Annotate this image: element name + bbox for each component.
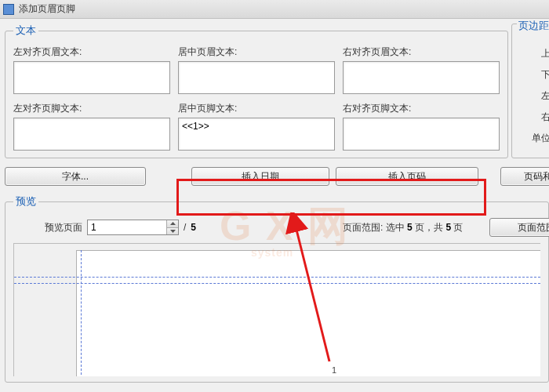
footer-left-input[interactable] (13, 118, 170, 151)
guide-vertical (81, 250, 82, 376)
margin-fieldset: 页边距 上: 下: 左: 右: 单位: (511, 24, 549, 158)
page-range-button[interactable]: 页面范围 (489, 218, 549, 237)
header-right-label: 右对齐页眉文本: (343, 45, 500, 59)
range-prefix: 页面范围: (343, 222, 386, 233)
header-right-input[interactable] (343, 61, 500, 94)
page-total: 5 (191, 222, 196, 233)
margin-right-label: 右: (517, 111, 549, 124)
header-left-input[interactable] (13, 61, 170, 94)
margin-top-label: 上: (517, 47, 549, 60)
insert-page-button[interactable]: 插入页码 (336, 167, 478, 186)
page-and-date-button[interactable]: 页码和日期 (500, 167, 549, 186)
svg-marker-0 (170, 222, 176, 225)
titlebar: 添加页眉页脚 (0, 0, 549, 19)
preview-page-label: 预览页面 (45, 221, 82, 234)
margin-unit-label: 单位: (517, 132, 549, 145)
text-legend: 文本 (13, 24, 38, 38)
spinner-up-icon[interactable] (166, 220, 178, 228)
guide-horizontal-2 (14, 283, 540, 284)
footer-center-input[interactable] (178, 118, 335, 151)
spinner-down-icon[interactable] (166, 228, 178, 235)
footer-right-label: 右对齐页脚文本: (343, 102, 500, 115)
margin-legend: 页边距 (517, 19, 549, 33)
window-title: 添加页眉页脚 (19, 2, 75, 16)
footer-right-input[interactable] (343, 118, 500, 151)
margin-bottom-label: 下: (517, 68, 549, 82)
footer-left-label: 左对齐页脚文本: (13, 102, 170, 115)
preview-legend: 预览 (13, 194, 38, 209)
header-left-label: 左对齐页眉文本: (13, 45, 170, 59)
header-center-label: 居中页眉文本: (178, 45, 335, 59)
page-total-sep: / (184, 222, 186, 233)
range-mid2: 页，共 (413, 222, 446, 233)
preview-paper (76, 250, 540, 376)
range-selected: 5 (407, 222, 413, 233)
page-range-text: 页面范围: 选中 5 页，共 5 页 (343, 221, 463, 234)
header-center-input[interactable] (178, 61, 335, 94)
margin-left-label: 左: (517, 89, 549, 103)
font-button[interactable]: 字体... (5, 167, 146, 186)
button-row: 字体... 插入日期 插入页码 页码和日期 (5, 165, 549, 188)
range-mid1: 选中 (386, 222, 407, 233)
text-fieldset: 文本 左对齐页眉文本: 居中页眉文本: 右对齐页眉文本: 左对齐页脚文本: 居中… (5, 24, 508, 158)
preview-canvas: 1 (13, 243, 540, 376)
insert-date-button[interactable]: 插入日期 (191, 167, 329, 186)
guide-horizontal-1 (14, 277, 540, 278)
preview-page-input[interactable] (88, 220, 166, 234)
preview-fieldset: 预览 预览页面 / 5 页面范围: 选中 5 页，共 5 页 页面范围 1 (5, 194, 549, 383)
range-suffix: 页 (451, 222, 463, 233)
preview-page-spinner[interactable] (87, 220, 179, 235)
svg-marker-1 (170, 230, 176, 233)
preview-page-number: 1 (332, 365, 336, 375)
footer-center-label: 居中页脚文本: (178, 102, 335, 115)
app-icon (3, 4, 14, 15)
